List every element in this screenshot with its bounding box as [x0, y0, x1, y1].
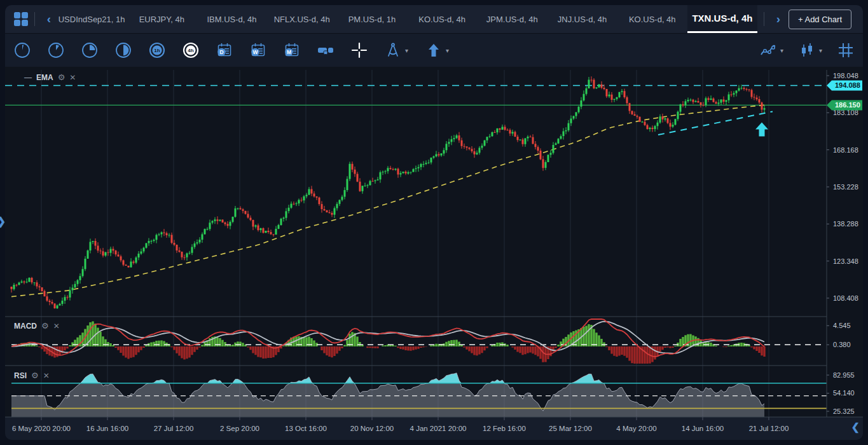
timeframe-30m-icon: [115, 42, 132, 58]
chart-tab[interactable]: NFLX.US-d, 4h: [267, 5, 337, 33]
chevron-down-icon[interactable]: ▾: [780, 47, 783, 54]
add-chart-button[interactable]: + Add Chart: [789, 10, 851, 29]
apps-grid-icon[interactable]: [14, 12, 28, 26]
chart-area: 198.048183.108168.168153.228138.288123.3…: [5, 67, 863, 440]
period-day-icon: D: [216, 42, 233, 58]
tabs-scroll-right-icon[interactable]: ›: [771, 5, 786, 33]
left-panel-expand-icon[interactable]: ❯: [0, 215, 6, 228]
svg-text:W: W: [252, 49, 258, 55]
chart-tab[interactable]: JPM.US-d, 4h: [477, 5, 547, 33]
trading-app-panel: ‹ USDIndSep21, 1hEURJPY, 4hIBM.US-d, 4hN…: [5, 5, 863, 440]
svg-text:186.150: 186.150: [835, 101, 860, 109]
rsi-indicator-header: RSI ⚙ ✕: [14, 371, 50, 380]
timeframe-5m-button[interactable]: [48, 42, 64, 58]
svg-text:123.348: 123.348: [833, 257, 858, 265]
chevron-down-icon[interactable]: ▾: [819, 47, 822, 54]
svg-text:82.955: 82.955: [833, 371, 855, 379]
svg-text:16 Jun 16:00: 16 Jun 16:00: [86, 425, 129, 432]
arrow-annotation-icon: [425, 42, 442, 58]
timeframe-1m-button[interactable]: [14, 42, 31, 58]
svg-text:54.140: 54.140: [833, 389, 855, 397]
ema-line-sample: —: [24, 73, 32, 82]
ema-indicator-header: — EMA ⚙ ✕: [24, 72, 76, 82]
svg-text:4 May 20:00: 4 May 20:00: [616, 425, 656, 432]
spread-bars-button[interactable]: [317, 42, 334, 58]
svg-text:138.288: 138.288: [833, 220, 858, 228]
divider: [764, 12, 764, 26]
chart-tab[interactable]: KO.US-d, 4h: [407, 5, 477, 33]
svg-text:2 Sep 20:00: 2 Sep 20:00: [220, 425, 259, 432]
macd-indicator-header: MACD ⚙ ✕: [14, 321, 60, 331]
crosshair-button[interactable]: [351, 42, 368, 58]
ema-settings-icon[interactable]: ⚙: [58, 72, 65, 82]
macd-settings-icon[interactable]: ⚙: [41, 321, 49, 331]
timeframe-15m-button[interactable]: [81, 42, 98, 58]
chevron-down-icon[interactable]: ▾: [446, 47, 449, 54]
timeframe-4h-icon: 4h: [183, 42, 199, 58]
svg-text:12 Feb 16:00: 12 Feb 16:00: [483, 425, 526, 432]
svg-text:194.088: 194.088: [835, 81, 860, 89]
svg-text:4 Jan 2021 20:00: 4 Jan 2021 20:00: [410, 425, 467, 432]
svg-text:13 Oct 16:00: 13 Oct 16:00: [285, 425, 327, 432]
period-week-button[interactable]: W: [250, 42, 266, 58]
svg-text:20 Nov 12:00: 20 Nov 12:00: [350, 425, 394, 432]
arrow-annotation-button[interactable]: ▾: [425, 42, 449, 58]
period-week-icon: W: [250, 42, 266, 58]
svg-text:21 Jul 12:00: 21 Jul 12:00: [749, 425, 789, 432]
macd-remove-icon[interactable]: ✕: [53, 322, 60, 331]
price-chart-canvas[interactable]: 198.048183.108168.168153.228138.288123.3…: [5, 67, 863, 440]
svg-text:D: D: [219, 49, 223, 55]
layout-grid-icon: [837, 42, 854, 58]
period-month-icon: M: [284, 42, 300, 58]
timeframe-4h-button[interactable]: 4h: [183, 42, 199, 58]
ema-label: EMA: [36, 73, 53, 82]
toolbar-right-group: ▾▾: [760, 42, 854, 58]
divider: [34, 12, 35, 26]
chart-toolbar: 1h4hDWM▾▾ ▾▾: [5, 33, 863, 67]
svg-text:168.168: 168.168: [833, 146, 858, 154]
svg-text:25.325: 25.325: [833, 407, 855, 415]
period-day-button[interactable]: D: [216, 42, 233, 58]
svg-text:14 Jun 16:00: 14 Jun 16:00: [682, 425, 724, 432]
chart-tabs-bar: ‹ USDIndSep21, 1hEURJPY, 4hIBM.US-d, 4hN…: [5, 5, 863, 33]
drawing-tools-icon: [385, 42, 401, 58]
svg-text:153.228: 153.228: [833, 183, 858, 191]
timeframe-1h-icon: 1h: [149, 42, 165, 58]
macd-label: MACD: [14, 322, 37, 331]
chart-tab[interactable]: USDIndSep21, 1h: [57, 5, 127, 33]
timeframe-1m-icon: [14, 42, 31, 58]
svg-text:27 Jul 12:00: 27 Jul 12:00: [154, 425, 194, 432]
chart-tabs: USDIndSep21, 1hEURJPY, 4hIBM.US-d, 4hNFL…: [57, 5, 757, 33]
svg-text:4h: 4h: [188, 48, 193, 53]
svg-text:1h: 1h: [154, 48, 160, 53]
ema-remove-icon[interactable]: ✕: [69, 73, 76, 82]
chart-tab[interactable]: IBM.US-d, 4h: [196, 5, 266, 33]
indicators-button[interactable]: ▾: [760, 42, 783, 58]
chart-type-button[interactable]: ▾: [799, 42, 822, 58]
svg-text:0.380: 0.380: [833, 341, 851, 348]
timeframe-5m-icon: [48, 42, 64, 58]
chart-tab-active[interactable]: TXN.US-d, 4h: [687, 5, 757, 33]
timeframe-15m-icon: [81, 42, 98, 58]
svg-text:198.048: 198.048: [833, 72, 858, 79]
timeframe-30m-button[interactable]: [115, 42, 132, 58]
tabs-scroll-left-icon[interactable]: ‹: [41, 5, 57, 33]
rsi-settings-icon[interactable]: ⚙: [31, 371, 39, 380]
chevron-down-icon[interactable]: ▾: [405, 47, 408, 54]
indicators-icon: [760, 42, 776, 58]
crosshair-icon: [351, 42, 368, 58]
spread-bars-icon: [317, 42, 334, 58]
timeline-collapse-icon[interactable]: ❮: [851, 421, 860, 433]
chart-tab[interactable]: KO.US-d, 4h: [617, 5, 687, 33]
chart-tab[interactable]: EURJPY, 4h: [127, 5, 196, 33]
layout-grid-button[interactable]: [837, 42, 854, 58]
svg-text:108.408: 108.408: [833, 294, 858, 302]
rsi-remove-icon[interactable]: ✕: [43, 371, 50, 380]
timeframe-1h-button[interactable]: 1h: [149, 42, 165, 58]
period-month-button[interactable]: M: [284, 42, 300, 58]
drawing-tools-button[interactable]: ▾: [385, 42, 408, 58]
chart-type-icon: [799, 42, 815, 58]
svg-text:4.545: 4.545: [833, 322, 851, 329]
chart-tab[interactable]: PM.US-d, 1h: [337, 5, 407, 33]
chart-tab[interactable]: JNJ.US-d, 4h: [547, 5, 617, 33]
